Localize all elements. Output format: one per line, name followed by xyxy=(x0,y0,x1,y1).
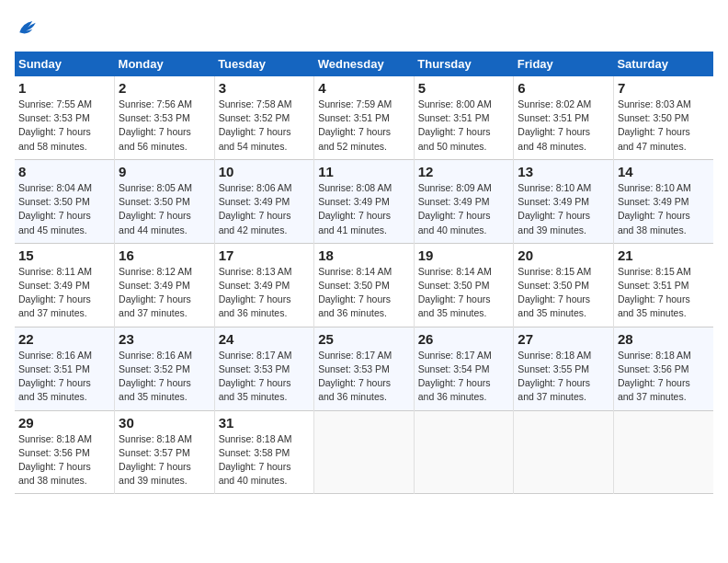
calendar-week-4: 22Sunrise: 8:16 AMSunset: 3:51 PMDayligh… xyxy=(15,327,713,410)
calendar-week-5: 29Sunrise: 8:18 AMSunset: 3:56 PMDayligh… xyxy=(15,410,713,494)
column-header-wednesday: Wednesday xyxy=(314,52,415,76)
calendar-cell: 24Sunrise: 8:17 AMSunset: 3:53 PMDayligh… xyxy=(214,327,314,410)
calendar-cell: 18Sunrise: 8:14 AMSunset: 3:50 PMDayligh… xyxy=(314,243,415,327)
day-number: 22 xyxy=(18,331,110,347)
day-number: 24 xyxy=(219,331,311,347)
calendar-cell: 16Sunrise: 8:12 AMSunset: 3:49 PMDayligh… xyxy=(115,243,215,327)
calendar-cell: 5Sunrise: 8:00 AMSunset: 3:51 PMDaylight… xyxy=(414,76,514,159)
day-info: Sunrise: 7:59 AMSunset: 3:51 PMDaylight:… xyxy=(318,98,410,154)
day-number: 15 xyxy=(18,247,110,263)
logo-bird-icon xyxy=(15,15,40,40)
day-number: 19 xyxy=(418,247,510,263)
day-info: Sunrise: 7:56 AMSunset: 3:53 PMDaylight:… xyxy=(119,98,210,154)
day-number: 18 xyxy=(318,247,410,263)
calendar-cell: 12Sunrise: 8:09 AMSunset: 3:49 PMDayligh… xyxy=(414,159,514,243)
calendar-cell: 26Sunrise: 8:17 AMSunset: 3:54 PMDayligh… xyxy=(414,327,514,410)
day-number: 4 xyxy=(318,80,410,96)
day-info: Sunrise: 8:05 AMSunset: 3:50 PMDaylight:… xyxy=(119,181,210,237)
calendar-cell: 28Sunrise: 8:18 AMSunset: 3:56 PMDayligh… xyxy=(613,327,713,410)
calendar-cell xyxy=(414,410,514,494)
day-info: Sunrise: 8:18 AMSunset: 3:56 PMDaylight:… xyxy=(618,349,710,405)
day-info: Sunrise: 8:18 AMSunset: 3:56 PMDaylight:… xyxy=(18,432,110,488)
calendar-cell: 8Sunrise: 8:04 AMSunset: 3:50 PMDaylight… xyxy=(15,159,115,243)
day-number: 16 xyxy=(119,247,210,263)
calendar-cell: 19Sunrise: 8:14 AMSunset: 3:50 PMDayligh… xyxy=(414,243,514,327)
day-number: 2 xyxy=(119,80,210,96)
day-info: Sunrise: 8:18 AMSunset: 3:58 PMDaylight:… xyxy=(219,432,311,488)
day-number: 9 xyxy=(119,164,210,179)
day-info: Sunrise: 8:04 AMSunset: 3:50 PMDaylight:… xyxy=(18,181,110,237)
day-number: 5 xyxy=(418,80,510,96)
day-number: 12 xyxy=(418,164,510,179)
calendar-cell: 17Sunrise: 8:13 AMSunset: 3:49 PMDayligh… xyxy=(214,243,314,327)
day-info: Sunrise: 8:16 AMSunset: 3:51 PMDaylight:… xyxy=(18,349,110,405)
day-info: Sunrise: 7:58 AMSunset: 3:52 PMDaylight:… xyxy=(219,98,311,154)
calendar-cell: 27Sunrise: 8:18 AMSunset: 3:55 PMDayligh… xyxy=(514,327,614,410)
day-info: Sunrise: 8:03 AMSunset: 3:50 PMDaylight:… xyxy=(618,98,710,154)
day-info: Sunrise: 8:14 AMSunset: 3:50 PMDaylight:… xyxy=(318,265,410,321)
page-header xyxy=(15,15,713,40)
day-info: Sunrise: 8:17 AMSunset: 3:53 PMDaylight:… xyxy=(318,349,410,405)
calendar-cell xyxy=(314,410,415,494)
day-info: Sunrise: 7:55 AMSunset: 3:53 PMDaylight:… xyxy=(18,98,110,154)
calendar-cell: 9Sunrise: 8:05 AMSunset: 3:50 PMDaylight… xyxy=(115,159,215,243)
day-number: 13 xyxy=(518,164,609,179)
day-number: 17 xyxy=(219,247,311,263)
calendar-week-3: 15Sunrise: 8:11 AMSunset: 3:49 PMDayligh… xyxy=(15,243,713,327)
calendar-cell: 4Sunrise: 7:59 AMSunset: 3:51 PMDaylight… xyxy=(314,76,415,159)
column-header-tuesday: Tuesday xyxy=(214,52,314,76)
day-info: Sunrise: 8:08 AMSunset: 3:49 PMDaylight:… xyxy=(318,181,410,237)
day-info: Sunrise: 8:10 AMSunset: 3:49 PMDaylight:… xyxy=(618,181,710,237)
calendar-cell: 11Sunrise: 8:08 AMSunset: 3:49 PMDayligh… xyxy=(314,159,415,243)
calendar-cell: 2Sunrise: 7:56 AMSunset: 3:53 PMDaylight… xyxy=(115,76,215,159)
day-info: Sunrise: 8:15 AMSunset: 3:51 PMDaylight:… xyxy=(618,265,710,321)
day-info: Sunrise: 8:16 AMSunset: 3:52 PMDaylight:… xyxy=(119,349,210,405)
column-header-monday: Monday xyxy=(115,52,215,76)
calendar-cell: 10Sunrise: 8:06 AMSunset: 3:49 PMDayligh… xyxy=(214,159,314,243)
day-number: 8 xyxy=(18,164,110,179)
day-number: 31 xyxy=(219,415,311,431)
logo xyxy=(15,15,44,40)
calendar-cell: 29Sunrise: 8:18 AMSunset: 3:56 PMDayligh… xyxy=(15,410,115,494)
day-number: 26 xyxy=(418,331,510,347)
column-header-friday: Friday xyxy=(514,52,614,76)
calendar-cell: 30Sunrise: 8:18 AMSunset: 3:57 PMDayligh… xyxy=(115,410,215,494)
day-info: Sunrise: 8:11 AMSunset: 3:49 PMDaylight:… xyxy=(18,265,110,321)
day-number: 30 xyxy=(119,415,210,431)
calendar-cell: 1Sunrise: 7:55 AMSunset: 3:53 PMDaylight… xyxy=(15,76,115,159)
column-header-saturday: Saturday xyxy=(613,52,713,76)
calendar-cell: 14Sunrise: 8:10 AMSunset: 3:49 PMDayligh… xyxy=(613,159,713,243)
day-number: 14 xyxy=(618,164,710,179)
day-info: Sunrise: 8:14 AMSunset: 3:50 PMDaylight:… xyxy=(418,265,510,321)
calendar-cell: 7Sunrise: 8:03 AMSunset: 3:50 PMDaylight… xyxy=(613,76,713,159)
calendar-cell: 23Sunrise: 8:16 AMSunset: 3:52 PMDayligh… xyxy=(115,327,215,410)
day-info: Sunrise: 8:17 AMSunset: 3:53 PMDaylight:… xyxy=(219,349,311,405)
calendar-cell xyxy=(514,410,614,494)
column-header-sunday: Sunday xyxy=(15,52,115,76)
day-number: 27 xyxy=(518,331,609,347)
day-info: Sunrise: 8:18 AMSunset: 3:57 PMDaylight:… xyxy=(119,432,210,488)
calendar-table: SundayMondayTuesdayWednesdayThursdayFrid… xyxy=(15,52,713,494)
calendar-cell xyxy=(613,410,713,494)
day-info: Sunrise: 8:02 AMSunset: 3:51 PMDaylight:… xyxy=(518,98,609,154)
calendar-cell: 25Sunrise: 8:17 AMSunset: 3:53 PMDayligh… xyxy=(314,327,415,410)
day-info: Sunrise: 8:00 AMSunset: 3:51 PMDaylight:… xyxy=(418,98,510,154)
day-info: Sunrise: 8:09 AMSunset: 3:49 PMDaylight:… xyxy=(418,181,510,237)
day-number: 7 xyxy=(618,80,710,96)
calendar-cell: 13Sunrise: 8:10 AMSunset: 3:49 PMDayligh… xyxy=(514,159,614,243)
day-number: 11 xyxy=(318,164,410,179)
column-header-thursday: Thursday xyxy=(414,52,514,76)
calendar-week-2: 8Sunrise: 8:04 AMSunset: 3:50 PMDaylight… xyxy=(15,159,713,243)
day-number: 23 xyxy=(119,331,210,347)
calendar-cell: 3Sunrise: 7:58 AMSunset: 3:52 PMDaylight… xyxy=(214,76,314,159)
day-number: 3 xyxy=(219,80,311,96)
day-number: 6 xyxy=(518,80,609,96)
day-number: 25 xyxy=(318,331,410,347)
day-info: Sunrise: 8:12 AMSunset: 3:49 PMDaylight:… xyxy=(119,265,210,321)
day-info: Sunrise: 8:10 AMSunset: 3:49 PMDaylight:… xyxy=(518,181,609,237)
calendar-header-row: SundayMondayTuesdayWednesdayThursdayFrid… xyxy=(15,52,713,76)
day-info: Sunrise: 8:06 AMSunset: 3:49 PMDaylight:… xyxy=(219,181,311,237)
day-info: Sunrise: 8:17 AMSunset: 3:54 PMDaylight:… xyxy=(418,349,510,405)
calendar-cell: 20Sunrise: 8:15 AMSunset: 3:50 PMDayligh… xyxy=(514,243,614,327)
day-number: 20 xyxy=(518,247,609,263)
